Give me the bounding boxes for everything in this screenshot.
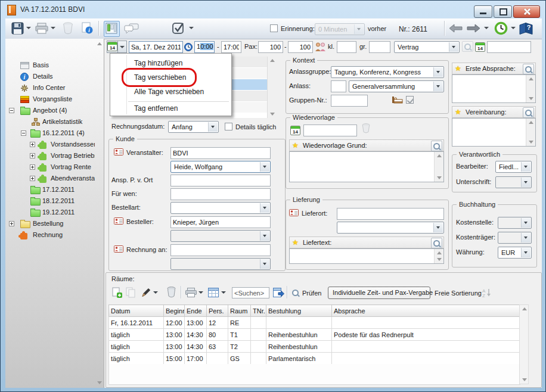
- reminder-checkbox[interactable]: [270, 24, 278, 32]
- kostentraeger-select[interactable]: [498, 232, 532, 244]
- zoom-button[interactable]: [523, 64, 534, 74]
- scroll-up-icon[interactable]: [97, 42, 102, 45]
- gr-field[interactable]: [369, 41, 390, 53]
- lieferort-field[interactable]: [337, 208, 444, 220]
- forward-button[interactable]: [467, 24, 480, 34]
- zoom-button[interactable]: [431, 238, 442, 248]
- contact-card-icon[interactable]: [114, 148, 123, 157]
- details-taeglich-checkbox[interactable]: [225, 123, 232, 130]
- print-menu-arrow[interactable]: [51, 27, 55, 29]
- bearbeiter-select[interactable]: Fiedl...: [495, 161, 532, 173]
- scroll-up-icon[interactable]: [437, 251, 442, 254]
- maximize-button[interactable]: [494, 5, 512, 18]
- expand-icon[interactable]: [30, 164, 35, 170]
- calendar-icon[interactable]: [475, 42, 485, 52]
- view-grid-button[interactable]: [208, 288, 219, 298]
- scroll-down-icon[interactable]: [437, 176, 442, 179]
- help-button[interactable]: ?: [519, 22, 533, 36]
- col-header-raum[interactable]: Raum: [228, 305, 251, 317]
- back-button[interactable]: [449, 24, 463, 34]
- export-button[interactable]: [273, 288, 284, 298]
- scroll-up-icon[interactable]: [270, 59, 275, 62]
- zoom-button[interactable]: [431, 141, 442, 151]
- col-header-beginn[interactable]: Beginn: [164, 305, 185, 317]
- expand-icon[interactable]: [30, 153, 35, 158]
- close-button[interactable]: [513, 5, 540, 18]
- lieferort-select[interactable]: [337, 222, 444, 234]
- col-header-absprache[interactable]: Absprache: [332, 305, 520, 317]
- zoom-button[interactable]: [523, 107, 534, 118]
- sidebar-item-vortrag-rente[interactable]: Vortrag Rente: [5, 162, 95, 173]
- scrollbar[interactable]: [526, 75, 535, 102]
- scroll-down-icon[interactable]: [529, 97, 533, 100]
- scrollbar[interactable]: [434, 152, 443, 182]
- copy-room-button[interactable]: [126, 287, 136, 299]
- uebernachtung-checkbox[interactable]: [406, 96, 414, 104]
- info-button[interactable]: i: [82, 22, 93, 36]
- chat-button[interactable]: [124, 23, 139, 36]
- sidebar-item-abendveranstaltung[interactable]: Abendveranstalt: [5, 173, 95, 184]
- menu-item-alle-tage-verschieben[interactable]: Alle Tage verschieben: [111, 85, 231, 99]
- collapse-icon[interactable]: [21, 130, 26, 136]
- wiedervorlage-grund-textarea[interactable]: [289, 151, 444, 182]
- col-header-tnr[interactable]: TNr.: [251, 305, 266, 317]
- sidebar-scrollbar[interactable]: [96, 40, 103, 387]
- minimize-button[interactable]: [474, 5, 492, 18]
- scrollbar[interactable]: [526, 119, 535, 146]
- col-header-datum[interactable]: Datum: [109, 305, 164, 317]
- expand-icon[interactable]: [30, 176, 35, 181]
- scroll-down-icon[interactable]: [522, 378, 527, 381]
- day-menu-button[interactable]: [118, 41, 127, 53]
- bestellart-select[interactable]: [170, 202, 271, 214]
- time-end-field[interactable]: [221, 41, 241, 53]
- veranstalter-field[interactable]: [170, 147, 271, 159]
- gruppen-nr-field[interactable]: [331, 95, 368, 107]
- expand-icon[interactable]: [9, 221, 14, 226]
- fuer-wen-field[interactable]: [170, 188, 271, 200]
- list-scrollbar[interactable]: [267, 57, 277, 118]
- sidebar-item-vortrag-betriebsr[interactable]: Vortrag Betriebsr: [5, 151, 95, 161]
- anlass-code-field[interactable]: [331, 80, 346, 92]
- history-button[interactable]: [494, 21, 508, 36]
- delete-button[interactable]: [63, 22, 73, 36]
- expand-icon[interactable]: [30, 142, 35, 147]
- edit-menu-arrow[interactable]: [153, 291, 158, 294]
- veranstalter-kontakt-select[interactable]: Heide, Wolfgang: [170, 161, 271, 173]
- col-header-pers[interactable]: Pers.: [207, 305, 228, 317]
- scroll-down-icon[interactable]: [97, 381, 102, 384]
- rechnung-an-kontakt-select[interactable]: [170, 258, 271, 270]
- col-header-ende[interactable]: Ende: [185, 305, 207, 317]
- vereinbarung-textarea[interactable]: [452, 118, 536, 147]
- liefertext-textarea[interactable]: [289, 248, 444, 264]
- contact-card-icon[interactable]: [114, 217, 123, 226]
- pax-from-field[interactable]: [258, 41, 283, 53]
- save-menu-arrow[interactable]: [26, 27, 31, 29]
- print-rooms-button[interactable]: [185, 288, 197, 298]
- pruefen-button[interactable]: Prüfen: [291, 288, 327, 300]
- time-start-field[interactable]: 10:00: [194, 41, 215, 53]
- wiedervorlage-datum-field[interactable]: [303, 125, 357, 136]
- pax-to-field[interactable]: [288, 41, 313, 53]
- print-button[interactable]: [35, 23, 48, 35]
- table-row[interactable]: täglich15:0017:00GSParlamentarisch: [109, 353, 520, 365]
- status-select[interactable]: Vertrag: [394, 41, 460, 53]
- unterschrift-select[interactable]: [495, 176, 532, 188]
- free-sort-button[interactable]: Freie Sortierung: [435, 288, 482, 297]
- besteller-field[interactable]: [170, 216, 271, 228]
- scroll-up-icon[interactable]: [529, 121, 533, 124]
- delete-room-button[interactable]: [167, 287, 176, 299]
- history-menu-arrow[interactable]: [511, 27, 516, 29]
- rechnungsdatum-select[interactable]: Anfang: [168, 121, 219, 133]
- day-date-field[interactable]: [129, 41, 183, 53]
- table-row[interactable]: täglich13:0014:3080T1ReihenbestuhlunPode…: [109, 329, 520, 341]
- day-calendar-button[interactable]: [107, 41, 118, 53]
- tasks-menu-arrow[interactable]: [189, 27, 194, 29]
- scroll-down-icon[interactable]: [270, 113, 275, 116]
- rechnung-an-field[interactable]: [170, 244, 271, 256]
- rooms-search-input[interactable]: [232, 287, 269, 298]
- scroll-down-icon[interactable]: [529, 141, 533, 144]
- sidebar-item-vorstandsessen[interactable]: Vorstandsessen: [5, 139, 95, 150]
- individual-time-pax-button[interactable]: Individuelle Zeit- und Pax-Vergabe: [328, 287, 430, 299]
- planner-button[interactable]: [104, 21, 120, 37]
- scroll-up-icon[interactable]: [529, 77, 533, 80]
